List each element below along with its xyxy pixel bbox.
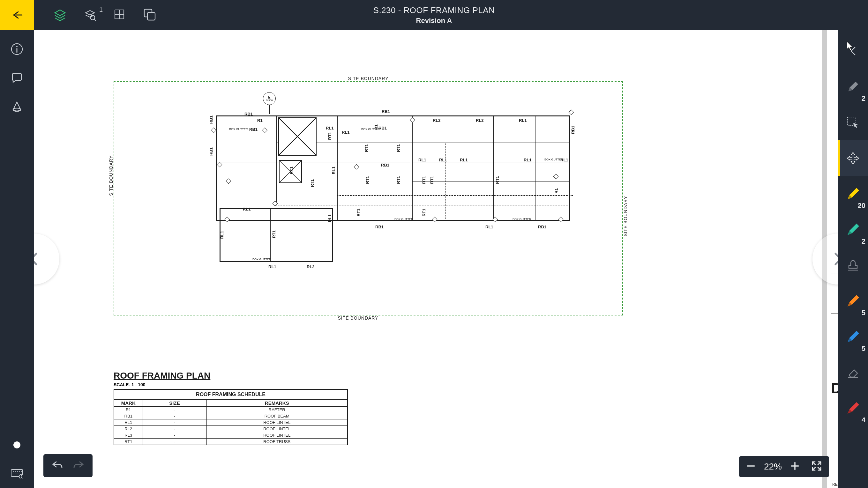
canvas-workspace[interactable]: SITE BOUNDARY SITE BOUNDARY SITE BOUNDAR… [34, 30, 838, 488]
plan-label: RL1 [418, 158, 426, 162]
plan-label: RL1 [326, 126, 334, 130]
select-icon [846, 116, 860, 129]
svg-point-4 [16, 46, 18, 47]
undo-redo-panel [43, 454, 93, 477]
highlighter-yellow-tool[interactable]: 20 [838, 176, 868, 212]
plus-icon [790, 461, 800, 471]
plan-label: RT1 [422, 176, 426, 184]
search-layers-icon [83, 8, 97, 22]
compare-button[interactable] [143, 8, 157, 22]
move-tool[interactable] [838, 140, 868, 176]
highlighter-icon [846, 187, 860, 201]
keyboard-icon [10, 467, 23, 479]
layers-icon [53, 8, 67, 22]
tool-count: 2 [862, 94, 865, 103]
plan-label: RB1 [375, 225, 383, 229]
roof-framing-schedule: ROOF FRAMING SCHEDULE MARK SIZE REMARKS … [114, 389, 348, 445]
back-button[interactable] [0, 0, 34, 30]
plan-label: RT1 [364, 144, 369, 152]
layers-button[interactable] [53, 8, 67, 22]
page-title: S.230 - ROOF FRAMING PLAN Revision A [373, 5, 495, 25]
table-row: RL2-ROOF LINTEL [114, 426, 347, 432]
header-toolbar: 1 [53, 8, 157, 22]
svg-point-8 [21, 475, 22, 476]
grid-icon [113, 8, 126, 21]
grid-button[interactable] [113, 8, 127, 22]
schedule-caption: ROOF FRAMING SCHEDULE [114, 389, 347, 400]
grid-letter: E [268, 96, 270, 99]
table-row: RL1-ROOF LINTEL [114, 419, 347, 426]
plan-label: RL2 [476, 118, 484, 123]
drawing-sheet[interactable]: SITE BOUNDARY SITE BOUNDARY SITE BOUNDAR… [34, 30, 822, 488]
tool-count: 2 [862, 237, 865, 246]
title-line-1: S.230 - ROOF FRAMING PLAN [373, 5, 495, 15]
comments-button[interactable] [10, 71, 23, 84]
boundary-label: SITE BOUNDARY [338, 316, 378, 321]
info-button[interactable] [10, 43, 23, 56]
plan-label: RL1 [331, 166, 336, 174]
chevron-left-icon [34, 251, 40, 267]
pen-red-tool[interactable]: 4 [838, 390, 868, 426]
plan-label: RB1 [249, 127, 257, 132]
svg-point-7 [19, 474, 23, 479]
box-gutter-label: BOX GUTTER [395, 218, 413, 221]
roof-plan: RB1 RB1 RB1 RB1 RB1 RB1 RB1 RB1 RB1 RB1 … [216, 112, 573, 265]
boundary-label: SITE BOUNDARY [623, 196, 628, 236]
stamp-tool[interactable] [838, 248, 868, 283]
3d-button[interactable] [10, 100, 23, 113]
zoom-out-button[interactable] [746, 461, 756, 472]
grid-ref: S.300 [266, 99, 273, 102]
plan-label: RL1 [243, 207, 251, 212]
highlighter-icon [846, 294, 860, 308]
cursor-icon [846, 41, 855, 51]
table-row: R1-RAFTER [114, 407, 347, 413]
zoom-in-button[interactable] [790, 461, 800, 472]
highlighter-blue-tool[interactable]: 5 [838, 319, 868, 355]
highlighter-teal-tool[interactable]: 2 [838, 212, 868, 248]
eraser-tool[interactable] [838, 355, 868, 390]
plan-label: RB1 [381, 163, 389, 167]
plan-title: ROOF FRAMING PLAN [114, 370, 210, 381]
svg-rect-2 [148, 12, 155, 20]
plan-label: RB1 [209, 148, 214, 156]
plan-label: RL1 [439, 158, 447, 162]
table-row: RB1-ROOF BEAM [114, 413, 347, 419]
box-gutter-label: BOX GUTTER [229, 128, 248, 131]
table-row: RL3-ROOF LINTEL [114, 432, 347, 438]
plan-label: RL1 [485, 225, 493, 229]
top-header: 1 S.230 - ROOF FRAMING PLAN Revision A [0, 0, 868, 30]
plan-label: R1 [554, 188, 559, 194]
zoom-panel: 22% [739, 456, 829, 477]
architect-label: ARCHITECT [831, 314, 838, 322]
pencil-tool[interactable]: 2 [838, 69, 868, 105]
record-indicator[interactable] [13, 442, 21, 449]
revision-label: REVISION [831, 480, 838, 488]
cone-icon [10, 100, 23, 113]
plan-label: RT1 [365, 176, 370, 184]
fullscreen-button[interactable] [811, 461, 822, 473]
highlighter-orange-tool[interactable]: 5 [838, 283, 868, 319]
plan-label: RL1 [519, 118, 527, 123]
plan-label: RL1 [220, 231, 224, 239]
minus-icon [746, 461, 756, 471]
search-badge: 1 [99, 6, 103, 13]
schedule-header: MARK [114, 400, 143, 407]
search-layers-button[interactable]: 1 [83, 8, 97, 22]
plan-label: RT1 [272, 230, 276, 238]
tool-count: 5 [862, 309, 865, 317]
undo-icon [52, 460, 63, 470]
tool-count: 5 [862, 345, 865, 353]
boundary-label: SITE BOUNDARY [348, 76, 389, 81]
plan-label: RT1 [422, 208, 426, 217]
table-row: RT1-ROOF TRUSS [114, 438, 347, 445]
compare-icon [143, 8, 156, 21]
plan-label: RL3 [307, 264, 315, 269]
select-tool[interactable] [838, 105, 868, 140]
plan-label: RL1 [268, 264, 276, 269]
redo-button[interactable] [73, 460, 84, 471]
eraser-icon [846, 365, 860, 380]
undo-button[interactable] [52, 460, 63, 471]
keyboard-button[interactable] [10, 467, 23, 479]
plan-label: RB1 [244, 111, 253, 117]
chevron-right-icon [832, 251, 838, 267]
